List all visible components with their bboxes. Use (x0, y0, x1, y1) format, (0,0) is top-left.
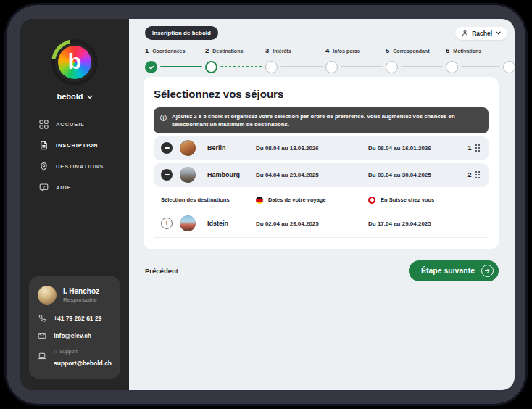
card-title: Sélectionnez vos séjours (154, 88, 489, 100)
city-photo-berlin (180, 140, 196, 156)
sidebar: b bebold ACCUEIL INSCRIPTION (20, 19, 129, 390)
arrow-right-icon (481, 265, 494, 277)
city-name: Idstein (200, 220, 256, 227)
page: b bebold ACCUEIL INSCRIPTION (0, 0, 532, 409)
brand-switcher[interactable]: bebold (20, 92, 129, 101)
logo-rainbow-core: b (58, 46, 91, 79)
contact-email[interactable]: info@elev.ch (54, 332, 91, 339)
sidebar-item-label: DESTINATIONS (56, 163, 104, 170)
switzerland-flag-icon (368, 197, 375, 204)
column-header-travel: Dates de votre voyage (268, 197, 326, 203)
phone-icon (38, 314, 46, 323)
contact-card: I. Henchoz Responsable +41 79 262 61 29 … (29, 276, 120, 379)
germany-flag-icon (256, 197, 263, 204)
step-number: 1 (145, 46, 149, 54)
mail-icon (38, 331, 46, 340)
step-number: 6 (446, 46, 449, 54)
destinations-card: Sélectionnez vos séjours i Ajoutez 2 à 5… (144, 77, 499, 249)
step-label-5: 5 Correspondant (386, 46, 429, 54)
brand-name: bebold (57, 92, 83, 101)
sidebar-item-accueil[interactable]: ACCUEIL (20, 114, 129, 135)
grid-icon (39, 120, 49, 129)
selected-destination-row: Berlin Du 08.04 au 13.03.2026 Du 08.04 a… (154, 136, 489, 160)
contact-phone[interactable]: +41 79 262 61 29 (54, 315, 101, 322)
travel-dates: Du 08.04 au 13.03.2026 (256, 145, 368, 152)
travel-dates: Du 02.04 au 26.04.2025 (256, 220, 368, 227)
active-nav-notch (129, 140, 134, 150)
topbar: Inscription de bebold Rachel (129, 19, 515, 40)
info-banner-text: Ajoutez 2 à 5 choix et organisez votre s… (172, 112, 481, 129)
tablet-bezel: b bebold ACCUEIL INSCRIPTION (7, 5, 525, 404)
step-connector (160, 66, 202, 67)
page-badge: Inscription de bebold (145, 26, 218, 40)
contact-support-email[interactable]: support@bebold.ch (54, 360, 112, 367)
drag-handle-icon[interactable] (475, 144, 481, 152)
chevron-down-icon (496, 31, 501, 35)
step-title: Coordonnées (152, 49, 185, 54)
user-name: Rachel (472, 30, 492, 37)
step-label-4: 4 Infos perso (325, 46, 360, 54)
city-name: Berlin (200, 144, 256, 152)
step-title: Motivations (453, 49, 481, 54)
wizard-footer: Précédent Étape suivante (145, 260, 499, 281)
step-title: Intérêts (273, 49, 291, 54)
step-number: 3 (265, 46, 269, 54)
stepper: 1 Coordonnées 2 Destinations 3 Intérêts (145, 46, 515, 75)
step-number: 4 (325, 46, 329, 54)
info-banner: i Ajoutez 2 à 5 choix et organisez votre… (154, 107, 489, 133)
drag-handle-icon[interactable] (475, 171, 481, 179)
step-circle-todo[interactable] (386, 61, 398, 73)
main-content: Inscription de bebold Rachel 1 Coordonné… (129, 19, 515, 390)
sidebar-item-aide[interactable]: ? AIDE (20, 177, 129, 198)
document-icon (39, 141, 49, 150)
step-label-3: 3 Intérêts (265, 46, 291, 54)
app-screen: b bebold ACCUEIL INSCRIPTION (20, 19, 515, 390)
step-number: 5 (386, 46, 389, 54)
sidebar-item-label: INSCRIPTION (56, 142, 98, 149)
contact-support-label: IT-Support (54, 349, 112, 354)
next-step-button[interactable]: Étape suivante (409, 260, 499, 281)
step-connector (220, 66, 262, 67)
step-label-6: 6 Motivations (446, 46, 481, 54)
info-icon: i (160, 115, 167, 121)
contact-support-row: IT-Support support@bebold.ch (38, 349, 112, 368)
previous-step-button[interactable]: Précédent (145, 267, 178, 275)
step-circle-done[interactable] (145, 61, 157, 73)
svg-text:?: ? (43, 184, 46, 189)
add-destination-button[interactable]: + (161, 218, 173, 229)
sidebar-item-destinations[interactable]: DESTINATIONS (20, 156, 129, 177)
step-connector (461, 66, 500, 67)
swiss-dates: Du 17.04 au 29.04.2025 (368, 220, 461, 227)
column-header-destinations: Sélection des destinations (154, 197, 256, 203)
step-circle-todo[interactable] (265, 61, 278, 73)
city-name: Hambourg (200, 171, 256, 178)
step-circle-todo[interactable] (325, 61, 338, 73)
step-label-1: 1 Coordonnées (145, 46, 185, 54)
step-label-2: 2 Destinations (205, 46, 243, 54)
remove-destination-button[interactable] (161, 142, 173, 154)
step-circle-active[interactable] (205, 61, 217, 73)
column-header-swiss: En Suisse chez vous (381, 197, 434, 203)
chevron-down-icon (87, 95, 93, 99)
contact-role: Responsable (63, 297, 99, 303)
person-icon (462, 30, 468, 36)
contact-name: I. Henchoz (63, 287, 99, 295)
rank-number: 1 (467, 144, 471, 152)
step-title: Infos perso (333, 49, 360, 54)
step-circle-next-partial (503, 61, 515, 73)
swiss-dates: Du 08.04 au 16.01.2026 (368, 145, 461, 152)
sidebar-item-inscription[interactable]: INSCRIPTION (20, 135, 129, 156)
tablet-frame: b bebold ACCUEIL INSCRIPTION (4, 3, 528, 406)
user-menu[interactable]: Rachel (455, 27, 507, 40)
remove-destination-button[interactable] (161, 169, 173, 181)
contact-avatar (38, 286, 57, 305)
check-icon (148, 64, 155, 71)
city-photo-idstein (180, 215, 196, 231)
step-circle-todo[interactable] (446, 61, 458, 73)
available-destination-row: + Idstein Du 02.04 au 26.04.2025 Du 17.0… (154, 210, 489, 238)
step-connector (280, 66, 323, 67)
logo-letter-b: b (68, 51, 81, 73)
step-connector (341, 66, 383, 67)
travel-dates: Du 04.04 au 29.04.2025 (256, 172, 368, 178)
swiss-dates: Du 03.04 au 30.04.2025 (368, 172, 461, 178)
